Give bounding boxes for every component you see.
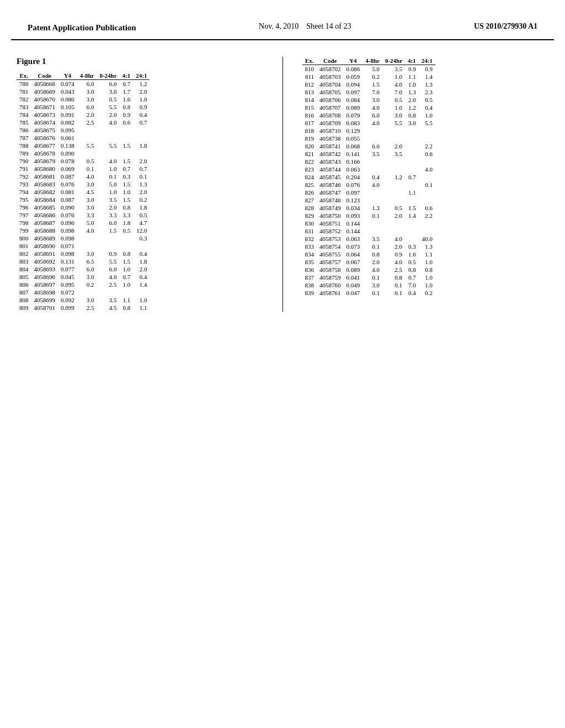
- table-cell: 0.5: [120, 227, 134, 234]
- table-cell: 0.073: [344, 243, 363, 250]
- table-cell: 0.2: [133, 196, 150, 204]
- table-cell: 799: [17, 227, 31, 234]
- col-header-4-1-r: 4:1: [405, 57, 419, 65]
- table-cell: 2.0: [133, 88, 150, 95]
- table-cell: [97, 234, 119, 242]
- table-row: 80340586920.1316.55.51.51.8: [17, 258, 150, 265]
- col-header-code-r: Code: [317, 57, 344, 65]
- table-cell: 4058674: [31, 119, 58, 126]
- table-cell: 1.5: [120, 142, 134, 149]
- table-cell: 4.0: [363, 181, 382, 189]
- table-cell: 0.4: [363, 173, 382, 181]
- table-cell: 0.079: [344, 111, 363, 119]
- table-cell: 831: [302, 227, 317, 235]
- table-cell: 4058758: [317, 266, 344, 274]
- table-cell: 0.076: [58, 211, 77, 219]
- table-cell: 1.3: [363, 204, 382, 212]
- table-cell: 4.0: [382, 258, 405, 266]
- table-cell: 6.0: [77, 265, 97, 273]
- table-row: 82740587480.123: [302, 196, 435, 204]
- table-cell: [405, 150, 419, 158]
- table-cell: 838: [302, 281, 317, 289]
- table-row: 80140586900.071: [17, 242, 150, 250]
- table-cell: 810: [302, 65, 317, 73]
- table-divider: [282, 57, 283, 312]
- table-cell: 795: [17, 196, 31, 204]
- table-cell: 0.098: [58, 250, 77, 258]
- table-cell: 813: [302, 88, 317, 96]
- table-cell: 3.0: [77, 95, 97, 103]
- table-row: 79940586880.0984.01.50.512.0: [17, 227, 150, 234]
- table-cell: 819: [302, 135, 317, 142]
- table-cell: 0.2: [77, 281, 97, 288]
- table-cell: 0.087: [58, 173, 77, 180]
- table-cell: 0.1: [363, 289, 382, 297]
- table-cell: [405, 181, 419, 189]
- table-cell: 1.3: [405, 88, 419, 96]
- table-row: 81140587030.0590.21.01.11.4: [302, 73, 435, 81]
- table-cell: 4058761: [317, 289, 344, 297]
- table-row: 78640586750.095: [17, 126, 150, 134]
- table-cell: 4058759: [317, 274, 344, 281]
- table-cell: [363, 189, 382, 196]
- table-cell: 0.8: [120, 304, 134, 312]
- table-row: 81840587100.129: [302, 127, 435, 135]
- table-row: 83740587590.0410.10.80.71.0: [302, 274, 435, 281]
- table-cell: 0.089: [344, 104, 363, 111]
- table-cell: 0.090: [58, 204, 77, 211]
- table-cell: [133, 126, 150, 134]
- table-cell: 4058701: [31, 304, 58, 312]
- table-cell: 783: [17, 103, 31, 111]
- table-cell: 0.6: [120, 119, 134, 126]
- table-cell: [382, 196, 405, 204]
- table-row: 82840587490.0341.30.51.50.6: [302, 204, 435, 212]
- sheet-info: Sheet 14 of 23: [306, 22, 351, 30]
- table-cell: 820: [302, 142, 317, 150]
- table-cell: 4.0: [382, 81, 405, 88]
- table-row: 78940586780.090: [17, 149, 150, 157]
- table-cell: 0.9: [120, 111, 134, 119]
- table-cell: 0.063: [344, 235, 363, 243]
- table-row: 79240586810.0874.00.10.30.1: [17, 173, 150, 180]
- table-cell: 4058669: [31, 88, 58, 95]
- table-cell: 0.043: [58, 88, 77, 95]
- table-row: 78240586700.0803.00.51.61.0: [17, 95, 150, 103]
- table-cell: 4058688: [31, 227, 58, 234]
- table-cell: 1.0: [133, 296, 150, 304]
- table-row: 81340587050.0977.07.01.32.3: [302, 88, 435, 96]
- table-cell: 0.141: [344, 150, 363, 158]
- col-header-ex-r: Ex.: [302, 57, 317, 65]
- table-cell: 4058755: [317, 250, 344, 258]
- table-cell: 1.5: [120, 157, 134, 165]
- table-cell: 0.069: [58, 165, 77, 173]
- table-cell: 839: [302, 289, 317, 297]
- table-cell: 4058677: [31, 142, 58, 149]
- table-cell: 1.4: [133, 281, 150, 288]
- table-cell: 0.138: [58, 142, 77, 149]
- table-cell: 1.0: [120, 265, 134, 273]
- table-row: 83540587570.0672.04.00.51.0: [302, 258, 435, 266]
- table-cell: 803: [17, 258, 31, 265]
- table-cell: 0.7: [120, 165, 134, 173]
- table-cell: [77, 134, 97, 142]
- table-cell: 4058697: [31, 281, 58, 288]
- table-cell: 0.098: [58, 227, 77, 234]
- table-cell: 0.5: [382, 96, 405, 104]
- table-cell: 2.0: [97, 111, 119, 119]
- table-cell: 0.059: [344, 73, 363, 81]
- table-cell: 0.064: [344, 250, 363, 258]
- table-cell: 3.0: [77, 250, 97, 258]
- table-cell: 0.092: [58, 296, 77, 304]
- table-cell: [133, 134, 150, 142]
- table-row: 83140587520.144: [302, 227, 435, 235]
- table-cell: 4058698: [31, 288, 58, 296]
- table-cell: 4058708: [317, 111, 344, 119]
- table-cell: [382, 165, 405, 173]
- left-table-section: Figure 1 Ex. Code Y4 4-8hr 0-24hr 4:1 24…: [17, 57, 263, 312]
- table-cell: 1.2: [405, 104, 419, 111]
- table-cell: [419, 127, 435, 135]
- table-cell: 4.5: [77, 188, 97, 196]
- table-cell: 0.1: [77, 165, 97, 173]
- table-cell: 0.4: [419, 104, 435, 111]
- table-cell: 0.081: [58, 188, 77, 196]
